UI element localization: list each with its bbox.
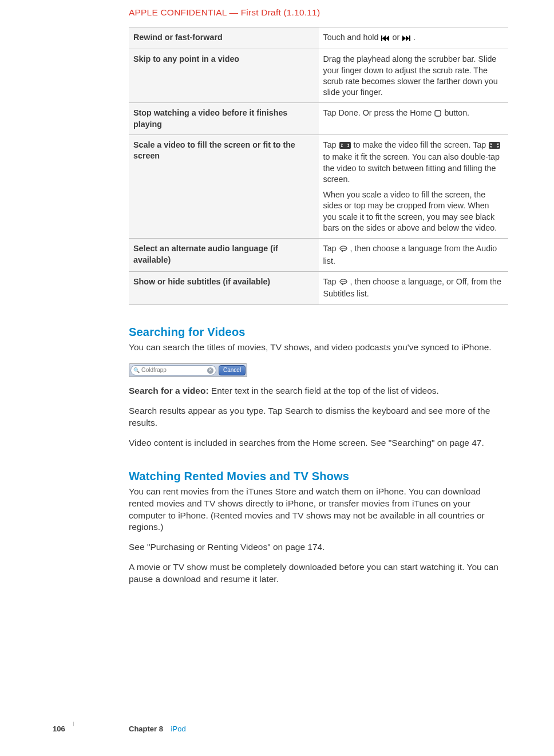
table-row: Scale a video to fill the screen or fit … [129, 135, 508, 239]
text: Tap [323, 244, 339, 253]
text: , then choose a language, or Off, from t… [323, 277, 501, 298]
text: Touch and hold [323, 33, 381, 42]
table-row: Skip to any point in a video Drag the pl… [129, 49, 508, 103]
svg-rect-7 [435, 110, 441, 116]
searching-heading: Searching for Videos [129, 324, 508, 340]
body-text: See "Purchasing or Renting Videos" on pa… [129, 541, 508, 553]
page-number: 106 [53, 724, 65, 734]
svg-marker-5 [406, 35, 409, 41]
table-row: Rewind or fast-forward Touch and hold or… [129, 27, 508, 49]
fill-screen-icon [339, 141, 351, 152]
body-text: A movie or TV show must be completely do… [129, 561, 508, 585]
body-text: Search results appear as you type. Tap S… [129, 405, 508, 429]
text: Tap Done. Or press the Home [323, 108, 434, 117]
svg-rect-0 [381, 35, 382, 41]
desc-cell: Tap , then choose a language, or Off, fr… [319, 271, 509, 304]
audio-language-icon [339, 244, 347, 255]
confidential-header: APPLE CONFIDENTIAL — First Draft (1.10.1… [129, 7, 508, 19]
action-cell: Stop watching a video before it finishes… [129, 103, 319, 135]
text: . [413, 33, 416, 42]
table-row: Show or hide subtitles (if available) Ta… [129, 271, 508, 304]
body-text: Search for a video: Enter text in the se… [129, 385, 508, 397]
desc-cell: Tap Done. Or press the Home button. [319, 103, 509, 135]
text: Tap [323, 140, 339, 149]
body-text: You can search the titles of movies, TV … [129, 342, 508, 354]
desc-cell: Touch and hold or . [319, 27, 509, 49]
rented-heading: Watching Rented Movies and TV Shows [129, 469, 508, 484]
skip-forward-icon [402, 33, 410, 44]
fit-screen-icon [489, 141, 500, 152]
text: or [392, 33, 402, 42]
magnifier-icon: 🔍 [133, 367, 140, 374]
svg-rect-6 [409, 35, 410, 41]
desc-cell: Drag the playhead along the scrubber bar… [319, 49, 509, 103]
text: , then choose a language from the Audio … [323, 244, 497, 265]
clear-icon: ✕ [207, 367, 213, 374]
action-cell: Rewind or fast-forward [129, 27, 319, 49]
text: When you scale a video to fill the scree… [323, 189, 503, 233]
cancel-button: Cancel [219, 365, 246, 375]
lead-label: Search for a video: [129, 386, 211, 395]
desc-cell: Tap , then choose a language from the Au… [319, 239, 509, 272]
search-text: Goldfrapp [141, 366, 205, 374]
search-bar-screenshot: 🔍 Goldfrapp ✕ Cancel [129, 363, 247, 377]
svg-marker-4 [402, 35, 406, 41]
svg-marker-3 [386, 35, 389, 41]
svg-rect-8 [339, 142, 351, 149]
body-text: Video content is included in searches fr… [129, 437, 508, 449]
action-cell: Scale a video to fill the screen or fit … [129, 135, 319, 239]
desc-cell: Tap to make the video fill the screen. T… [319, 135, 509, 239]
text: Drag the playhead along the scrubber bar… [323, 54, 503, 98]
action-cell: Select an alternate audio language (if a… [129, 239, 319, 272]
action-cell: Show or hide subtitles (if available) [129, 271, 319, 304]
text: to make it fit the screen. You can also … [323, 152, 500, 184]
chapter-label: Chapter 8 [129, 725, 163, 733]
subtitles-icon [339, 278, 347, 288]
chapter-title: iPod [171, 725, 186, 733]
table-row: Stop watching a video before it finishes… [129, 103, 508, 135]
document-page: APPLE CONFIDENTIAL — First Draft (1.10.1… [0, 0, 554, 756]
action-cell: Skip to any point in a video [129, 49, 319, 103]
text: Tap [323, 277, 339, 286]
search-field: 🔍 Goldfrapp ✕ [130, 365, 216, 375]
svg-rect-9 [489, 142, 500, 149]
controls-table: Rewind or fast-forward Touch and hold or… [129, 27, 508, 305]
footer-divider [73, 722, 74, 726]
table-row: Select an alternate audio language (if a… [129, 239, 508, 272]
home-button-icon [434, 109, 441, 120]
text: button. [444, 108, 469, 117]
skip-back-icon [381, 33, 389, 44]
body-text: You can rent movies from the iTunes Stor… [129, 486, 508, 534]
text: Enter text in the search field at the to… [211, 386, 439, 395]
svg-marker-2 [382, 35, 386, 41]
text: to make the video fill the screen. Tap [354, 140, 489, 149]
